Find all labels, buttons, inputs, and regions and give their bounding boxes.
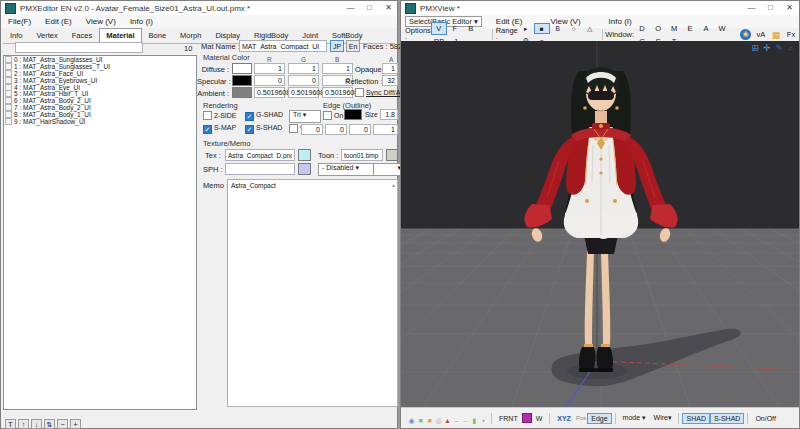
status-icon[interactable]: ◎ [434, 417, 443, 425]
material-list-item[interactable]: 3 : MAT_Astra_Eyebrows_UI [4, 77, 196, 84]
diffuse-r[interactable]: 1 [254, 63, 285, 74]
editor-close-button[interactable]: ✕ [379, 1, 398, 14]
ambient-g[interactable]: 0.5019608 [288, 87, 319, 98]
view-minimize-button[interactable]: — [742, 1, 761, 14]
specular-swatch[interactable] [232, 75, 252, 86]
mat-name-input[interactable] [239, 40, 327, 52]
tex-preview-swatch[interactable] [298, 149, 311, 161]
editor-tab[interactable]: Morph [173, 28, 208, 43]
editor-menu-item[interactable]: Edit (E) [38, 17, 79, 26]
wire-dropdown[interactable]: Wire▾ [650, 412, 676, 424]
editor-tab[interactable]: Vertex [30, 28, 65, 43]
view-maximize-button[interactable]: □ [761, 1, 780, 14]
status-icon[interactable]: ▲ [443, 417, 452, 424]
edge-b[interactable]: 0 [349, 124, 371, 135]
sph-preview-swatch[interactable] [298, 163, 311, 175]
sph-mode-dropdown[interactable]: - Disabled ▾ [318, 163, 374, 176]
sph-input[interactable] [225, 163, 295, 175]
ambient-b[interactable]: 0.5019608 [322, 87, 353, 98]
diffuse-b[interactable]: 1 [322, 63, 353, 74]
window-toggle-button[interactable]: E [682, 22, 698, 35]
list-edit-button[interactable]: ↓ [31, 419, 42, 429]
material-list-item[interactable]: 2 : MAT_Astra_Face_UI [4, 70, 196, 77]
status-icon[interactable]: ◉ [407, 417, 416, 425]
3d-viewport[interactable]: ⊞✛✎⌕ [401, 41, 799, 409]
edge-a[interactable]: 1 [373, 124, 398, 135]
range-option-button[interactable]: ○ [566, 23, 582, 34]
editor-tab[interactable]: Faces [65, 28, 99, 43]
edge-g[interactable]: 0 [325, 124, 347, 135]
editor-tab[interactable]: Material [99, 28, 141, 43]
material-list-item[interactable]: 4 : MAT_Astra_Eye_UI [4, 84, 196, 91]
sync-diff-amb-checkbox[interactable] [355, 88, 364, 97]
viewport-tool-icon[interactable]: ✛ [761, 42, 773, 54]
status-icon[interactable]: – [452, 417, 461, 424]
reflection-value[interactable]: 32 [382, 75, 398, 86]
list-edit-button[interactable]: − [57, 419, 68, 429]
material-list[interactable]: 0 : MAT_Astra_Sunglasses_UI1 : MAT_Astra… [3, 55, 197, 410]
two-side-checkbox[interactable] [203, 111, 212, 120]
edge-on-checkbox[interactable] [323, 111, 332, 120]
editor-tab[interactable]: Bone [142, 28, 174, 43]
memo-textarea[interactable]: Astra_Compact ▴ [227, 179, 398, 407]
specular-r[interactable]: 0 [254, 75, 285, 86]
en-name-button[interactable]: En [346, 40, 360, 52]
list-edit-button[interactable]: ↑ [18, 419, 29, 429]
fx-button[interactable]: Fx [783, 28, 799, 41]
material-list-item[interactable]: 9 : MAT_HairShadow_UI [4, 118, 196, 125]
viewport-tool-icon[interactable]: ⌕ [785, 42, 797, 54]
editor-menu-item[interactable]: File(F) [1, 17, 38, 26]
edge-color-swatch[interactable] [344, 109, 362, 120]
editor-titlebar[interactable]: PMXEditor EN v2.0 - Avatar_Female_Size01… [1, 1, 397, 15]
w-button[interactable]: W [532, 413, 547, 424]
onoff-button[interactable]: On/Off [751, 413, 780, 424]
opaque-value[interactable]: 1 [382, 63, 398, 74]
edge-r[interactable]: 0 [301, 124, 323, 135]
editor-menu-item[interactable]: Info (I) [123, 17, 160, 26]
status-icon[interactable]: ▪ [479, 417, 488, 424]
select-mode-button[interactable]: B [463, 22, 479, 35]
globe-icon[interactable]: ◉ [740, 29, 751, 40]
s-shad-checkbox[interactable] [245, 125, 254, 134]
status-icon[interactable]: ▮ [470, 417, 479, 425]
tex-input[interactable] [225, 149, 295, 161]
select-mode-button[interactable]: V [431, 22, 447, 35]
ambient-r[interactable]: 0.5019608 [254, 87, 285, 98]
s-map-checkbox[interactable] [203, 125, 212, 134]
editor-menu-item[interactable]: View (V) [79, 17, 123, 26]
v-color-checkbox[interactable] [289, 124, 298, 133]
range-option-button[interactable]: B [550, 23, 566, 34]
list-edit-button[interactable]: ⇅ [44, 419, 55, 429]
diffuse-swatch[interactable] [232, 63, 252, 74]
toon-input[interactable] [341, 149, 383, 161]
material-list-item[interactable]: 6 : MAT_Astra_Body_2_UI [4, 97, 196, 104]
status-icon[interactable]: – [461, 417, 470, 424]
toon-preview-swatch[interactable] [386, 149, 398, 161]
memo-scroll-icon[interactable]: ▴ [392, 181, 395, 188]
pos-button[interactable]: Pos [575, 414, 587, 422]
status-icon[interactable]: ■ [416, 417, 425, 424]
frnt-color-swatch[interactable] [522, 413, 532, 423]
jp-name-button[interactable]: JP [330, 40, 344, 52]
window-toggle-button[interactable]: A [698, 22, 714, 35]
window-toggle-button[interactable]: W [714, 22, 730, 35]
range-option-button[interactable]: △ [582, 23, 598, 35]
material-list-item[interactable]: 1 : MAT_Astra_Sunglasses_T_UI [4, 63, 196, 70]
sshad-toggle-button[interactable]: S-SHAD [710, 413, 744, 424]
grid-icon[interactable]: ▦ [769, 29, 783, 41]
editor-tab[interactable]: Info [3, 28, 30, 43]
viewport-tool-icon[interactable]: ✎ [773, 42, 785, 54]
edge-size-value[interactable]: 1.8 [380, 109, 398, 120]
specular-g[interactable]: 0 [288, 75, 319, 86]
select-mode-button[interactable]: F [447, 22, 463, 35]
edge-toggle-button[interactable]: Edge [587, 413, 611, 424]
material-visibility-checkbox[interactable] [5, 118, 12, 125]
frnt-button[interactable]: FRNT [495, 413, 522, 424]
material-list-item[interactable]: 8 : MAT_Astra_Body_1_UI [4, 111, 196, 118]
list-edit-button[interactable]: + [70, 419, 81, 429]
material-list-item[interactable]: 5 : MAT_Astra_Hair_T_UI [4, 90, 196, 97]
editor-minimize-button[interactable]: — [341, 1, 360, 14]
editor-maximize-button[interactable]: □ [360, 1, 379, 14]
viewport-tool-icon[interactable]: ⊞ [749, 42, 761, 54]
mode-dropdown[interactable]: mode ▾ [619, 412, 650, 424]
